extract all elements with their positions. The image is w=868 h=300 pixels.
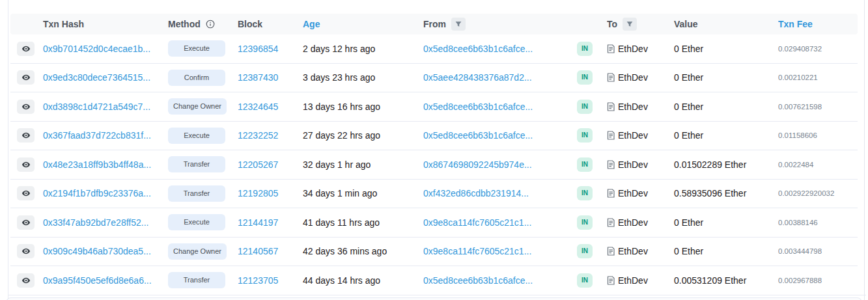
from-address-link[interactable]: 0x8674698092245b974e... (423, 159, 532, 170)
to-address-link[interactable]: EthDev (607, 159, 648, 170)
header-age-sort[interactable]: Age (303, 19, 320, 29)
eye-button[interactable] (17, 215, 35, 230)
txn-fee-text: 0.007621598 (778, 103, 822, 111)
to-name-text: EthDev (618, 188, 648, 198)
eye-button[interactable] (17, 157, 35, 172)
eye-button[interactable] (17, 100, 35, 114)
to-address-link[interactable]: EthDev (607, 246, 648, 256)
txn-hash-link[interactable]: 0x9ed3c80dece7364515... (43, 72, 150, 83)
value-text: 0 Ether (674, 246, 703, 256)
method-badge: Transfer (168, 272, 225, 288)
block-link[interactable]: 12144197 (238, 217, 278, 228)
age-text: 32 days 1 hr ago (303, 159, 371, 170)
age-text: 44 days 14 hrs ago (303, 275, 380, 286)
txn-hash-link[interactable]: 0x367faad37d722cb831f... (43, 130, 151, 141)
from-address-link[interactable]: 0x9e8ca114fc7605c21c1... (423, 217, 531, 228)
txn-hash-link[interactable]: 0x2194f1b7dfb9c23376a... (43, 188, 151, 198)
value-text: 0.00531209 Ether (674, 275, 746, 286)
from-address-link[interactable]: 0x5aee428438376a87d2... (423, 72, 532, 83)
direction-badge: IN (577, 186, 593, 200)
block-link[interactable]: 12232252 (238, 130, 278, 141)
eye-icon (21, 276, 31, 285)
to-address-link[interactable]: EthDev (607, 72, 648, 83)
header-txn-fee[interactable]: Txn Fee (778, 19, 813, 29)
to-address-link[interactable]: EthDev (607, 130, 648, 141)
txn-hash-link[interactable]: 0x33f47ab92bd7e28ff52... (43, 217, 148, 228)
method-badge: Execute (168, 214, 225, 230)
eye-button[interactable] (17, 42, 35, 56)
direction-badge: IN (577, 128, 593, 143)
block-link[interactable]: 12324645 (238, 102, 278, 112)
txn-fee-text: 0.029408732 (778, 45, 822, 53)
from-filter-button[interactable] (451, 18, 466, 31)
age-text: 27 days 22 hrs ago (303, 130, 380, 141)
from-address-link[interactable]: 0xf432ed86cdbb231914... (423, 188, 529, 198)
eye-button[interactable] (17, 244, 35, 258)
txn-fee-text: 0.01158606 (778, 131, 817, 139)
txn-hash-link[interactable]: 0x9a95f450e5ef6d8e6a6... (43, 275, 152, 286)
to-name-text: EthDev (618, 130, 648, 141)
next-card-top (6, 297, 862, 300)
block-link[interactable]: 12396854 (238, 44, 278, 54)
table-row: 0x9ed3c80dece7364515... Confirm 12387430… (10, 64, 858, 93)
value-text: 0 Ether (674, 102, 703, 112)
age-text: 13 days 16 hrs ago (303, 102, 380, 112)
to-address-link[interactable]: EthDev (607, 188, 648, 198)
txn-hash-link[interactable]: 0x909c49b46ab730dea5... (43, 246, 151, 256)
to-address-link[interactable]: EthDev (607, 275, 648, 286)
table-row: 0x48e23a18ff9b3b4ff48a... Transfer 12205… (10, 150, 858, 180)
value-text: 0 Ether (674, 217, 703, 228)
card-right-border (864, 0, 865, 300)
info-icon[interactable] (206, 20, 215, 29)
eye-button[interactable] (17, 273, 35, 288)
header-from: From (423, 19, 446, 29)
to-name-text: EthDev (618, 72, 648, 83)
eye-icon (21, 189, 31, 198)
eye-icon (21, 218, 31, 227)
block-link[interactable]: 12192805 (238, 188, 278, 198)
table-header-row: Txn Hash Method Block Age From To (10, 14, 858, 34)
eye-icon (21, 247, 31, 256)
method-badge: Execute (168, 128, 225, 144)
txn-hash-link[interactable]: 0xd3898c1d4721a549c7... (43, 102, 150, 112)
header-value: Value (674, 19, 698, 29)
eye-icon (21, 102, 31, 111)
to-name-text: EthDev (618, 217, 648, 228)
to-name-text: EthDev (618, 159, 648, 170)
direction-badge: IN (577, 100, 593, 114)
eye-button[interactable] (17, 128, 35, 143)
to-address-link[interactable]: EthDev (607, 102, 648, 112)
block-link[interactable]: 12387430 (238, 72, 278, 83)
value-text: 0.58935096 Ether (674, 188, 746, 198)
txn-fee-text: 0.00210221 (778, 74, 818, 81)
from-address-link[interactable]: 0x5ed8cee6b63b1c6afce... (423, 130, 533, 141)
txn-fee-text: 0.0022484 (778, 161, 813, 169)
direction-badge: IN (577, 42, 593, 56)
eye-icon (21, 73, 31, 82)
to-filter-button[interactable] (623, 18, 637, 31)
direction-badge: IN (577, 157, 593, 172)
to-name-text: EthDev (618, 275, 648, 286)
method-badge: Change Owner (168, 243, 227, 260)
block-link[interactable]: 12140567 (238, 246, 278, 256)
age-text: 3 days 23 hrs ago (303, 72, 375, 83)
to-address-link[interactable]: EthDev (607, 217, 648, 228)
from-address-link[interactable]: 0x5ed8cee6b63b1c6afce... (423, 275, 533, 286)
table-row: 0x9a95f450e5ef6d8e6a6... Transfer 121237… (10, 266, 858, 295)
block-link[interactable]: 12205267 (238, 159, 278, 170)
age-text: 42 days 36 mins ago (303, 246, 387, 256)
to-address-link[interactable]: EthDev (607, 44, 648, 54)
from-address-link[interactable]: 0x9e8ca114fc7605c21c1... (423, 246, 531, 256)
contract-document-icon (607, 276, 615, 285)
transactions-table-page: Txn Hash Method Block Age From To (0, 0, 868, 300)
table-body: 0x9b701452d0c4ecae1b... Execute 12396854… (10, 34, 858, 295)
from-address-link[interactable]: 0x5ed8cee6b63b1c6afce... (423, 102, 533, 112)
from-address-link[interactable]: 0x5ed8cee6b63b1c6afce... (423, 44, 533, 54)
txn-hash-link[interactable]: 0x48e23a18ff9b3b4ff48a... (43, 159, 151, 170)
txn-hash-link[interactable]: 0x9b701452d0c4ecae1b... (43, 44, 150, 54)
eye-button[interactable] (17, 186, 35, 200)
eye-button[interactable] (17, 70, 35, 85)
txn-fee-text: 0.002922920032 (778, 189, 834, 197)
block-link[interactable]: 12123705 (238, 275, 278, 286)
direction-badge: IN (577, 215, 593, 230)
